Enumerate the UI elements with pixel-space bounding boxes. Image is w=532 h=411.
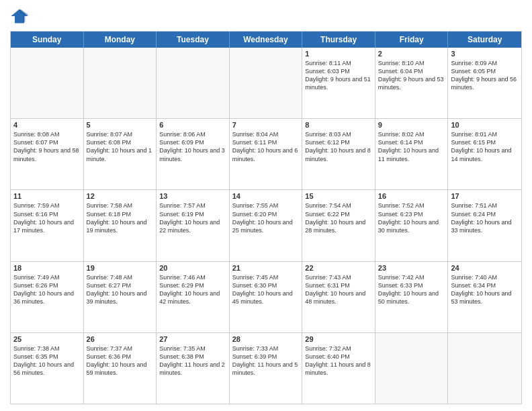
day-number: 20 (159, 264, 226, 272)
cell-info: Sunrise: 8:11 AMSunset: 6:03 PMDaylight:… (305, 59, 372, 92)
cell-info: Sunrise: 8:02 AMSunset: 6:14 PMDaylight:… (378, 130, 445, 163)
calendar-cell: 17Sunrise: 7:51 AMSunset: 6:24 PMDayligh… (448, 190, 521, 261)
cell-info: Sunrise: 7:52 AMSunset: 6:23 PMDaylight:… (378, 201, 445, 234)
calendar-cell: 1Sunrise: 8:11 AMSunset: 6:03 PMDaylight… (302, 48, 375, 118)
cell-info: Sunrise: 7:40 AMSunset: 6:34 PMDaylight:… (451, 273, 519, 306)
calendar-cell: 11Sunrise: 7:59 AMSunset: 6:16 PMDayligh… (11, 190, 84, 261)
weekday-header: Saturday (448, 32, 521, 48)
calendar-cell: 16Sunrise: 7:52 AMSunset: 6:23 PMDayligh… (375, 190, 449, 261)
calendar-cell: 8Sunrise: 8:03 AMSunset: 6:12 PMDaylight… (302, 119, 375, 189)
calendar-cell: 27Sunrise: 7:35 AMSunset: 6:38 PMDayligh… (157, 333, 230, 404)
calendar-cell (230, 48, 303, 118)
calendar-cell: 7Sunrise: 8:04 AMSunset: 6:11 PMDaylight… (230, 119, 303, 189)
day-number: 3 (451, 50, 519, 58)
calendar: SundayMondayTuesdayWednesdayThursdayFrid… (10, 31, 522, 404)
calendar-cell: 15Sunrise: 7:54 AMSunset: 6:22 PMDayligh… (302, 190, 375, 261)
calendar-cell: 14Sunrise: 7:55 AMSunset: 6:20 PMDayligh… (230, 190, 303, 261)
day-number: 11 (13, 192, 81, 200)
calendar-body: 1Sunrise: 8:11 AMSunset: 6:03 PMDaylight… (11, 48, 521, 404)
calendar-cell (11, 48, 84, 118)
cell-info: Sunrise: 7:59 AMSunset: 6:16 PMDaylight:… (13, 201, 81, 234)
cell-info: Sunrise: 8:09 AMSunset: 6:05 PMDaylight:… (451, 59, 519, 92)
weekday-header: Tuesday (157, 32, 230, 48)
day-number: 22 (305, 264, 372, 272)
day-number: 6 (159, 121, 226, 129)
calendar-cell: 25Sunrise: 7:38 AMSunset: 6:35 PMDayligh… (11, 333, 84, 404)
calendar-cell: 13Sunrise: 7:57 AMSunset: 6:19 PMDayligh… (157, 190, 230, 261)
calendar-cell: 18Sunrise: 7:49 AMSunset: 6:26 PMDayligh… (11, 262, 84, 332)
day-number: 18 (13, 264, 81, 272)
cell-info: Sunrise: 7:46 AMSunset: 6:29 PMDaylight:… (159, 273, 226, 306)
day-number: 26 (87, 335, 154, 343)
cell-info: Sunrise: 8:01 AMSunset: 6:15 PMDaylight:… (451, 130, 519, 163)
cell-info: Sunrise: 7:55 AMSunset: 6:20 PMDaylight:… (232, 201, 300, 234)
cell-info: Sunrise: 8:10 AMSunset: 6:04 PMDaylight:… (378, 59, 445, 92)
day-number: 28 (232, 335, 300, 343)
calendar-week-row: 25Sunrise: 7:38 AMSunset: 6:35 PMDayligh… (11, 332, 521, 404)
calendar-cell: 2Sunrise: 8:10 AMSunset: 6:04 PMDaylight… (375, 48, 449, 118)
calendar-cell (157, 48, 230, 118)
day-number: 10 (451, 121, 519, 129)
calendar-cell: 22Sunrise: 7:43 AMSunset: 6:31 PMDayligh… (302, 262, 375, 332)
cell-info: Sunrise: 7:58 AMSunset: 6:18 PMDaylight:… (87, 201, 154, 234)
calendar-cell: 23Sunrise: 7:42 AMSunset: 6:33 PMDayligh… (375, 262, 449, 332)
calendar-week-row: 1Sunrise: 8:11 AMSunset: 6:03 PMDaylight… (11, 48, 521, 118)
cell-info: Sunrise: 7:42 AMSunset: 6:33 PMDaylight:… (378, 273, 445, 306)
calendar-header: SundayMondayTuesdayWednesdayThursdayFrid… (11, 32, 521, 48)
day-number: 25 (13, 335, 81, 343)
svg-marker-0 (11, 9, 28, 24)
calendar-week-row: 18Sunrise: 7:49 AMSunset: 6:26 PMDayligh… (11, 261, 521, 332)
day-number: 15 (305, 192, 372, 200)
logo-icon (10, 7, 29, 26)
cell-info: Sunrise: 7:45 AMSunset: 6:30 PMDaylight:… (232, 273, 300, 306)
calendar-cell (448, 333, 521, 404)
day-number: 27 (159, 335, 226, 343)
calendar-cell: 10Sunrise: 8:01 AMSunset: 6:15 PMDayligh… (448, 119, 521, 189)
calendar-cell: 24Sunrise: 7:40 AMSunset: 6:34 PMDayligh… (448, 262, 521, 332)
calendar-cell: 19Sunrise: 7:48 AMSunset: 6:27 PMDayligh… (84, 262, 157, 332)
day-number: 4 (13, 121, 81, 129)
cell-info: Sunrise: 7:33 AMSunset: 6:39 PMDaylight:… (232, 345, 300, 377)
calendar-cell (84, 48, 157, 118)
cell-info: Sunrise: 7:51 AMSunset: 6:24 PMDaylight:… (451, 201, 519, 234)
calendar-cell (375, 333, 449, 404)
day-number: 21 (232, 264, 300, 272)
calendar-cell: 21Sunrise: 7:45 AMSunset: 6:30 PMDayligh… (230, 262, 303, 332)
page: SundayMondayTuesdayWednesdayThursdayFrid… (0, 0, 532, 411)
calendar-week-row: 11Sunrise: 7:59 AMSunset: 6:16 PMDayligh… (11, 189, 521, 261)
day-number: 13 (159, 192, 226, 200)
calendar-cell: 26Sunrise: 7:37 AMSunset: 6:36 PMDayligh… (84, 333, 157, 404)
cell-info: Sunrise: 7:48 AMSunset: 6:27 PMDaylight:… (87, 273, 154, 306)
cell-info: Sunrise: 7:57 AMSunset: 6:19 PMDaylight:… (159, 201, 226, 234)
header (10, 7, 522, 26)
calendar-cell: 6Sunrise: 8:06 AMSunset: 6:09 PMDaylight… (157, 119, 230, 189)
day-number: 24 (451, 264, 519, 272)
weekday-header: Thursday (302, 32, 375, 48)
weekday-header: Friday (375, 32, 449, 48)
logo (10, 7, 32, 26)
day-number: 1 (305, 50, 372, 58)
cell-info: Sunrise: 7:49 AMSunset: 6:26 PMDaylight:… (13, 273, 81, 306)
cell-info: Sunrise: 8:06 AMSunset: 6:09 PMDaylight:… (159, 130, 226, 163)
cell-info: Sunrise: 7:38 AMSunset: 6:35 PMDaylight:… (13, 345, 81, 377)
day-number: 14 (232, 192, 300, 200)
day-number: 7 (232, 121, 300, 129)
calendar-cell: 9Sunrise: 8:02 AMSunset: 6:14 PMDaylight… (375, 119, 449, 189)
cell-info: Sunrise: 8:07 AMSunset: 6:08 PMDaylight:… (87, 130, 154, 163)
day-number: 19 (87, 264, 154, 272)
cell-info: Sunrise: 7:35 AMSunset: 6:38 PMDaylight:… (159, 345, 226, 377)
day-number: 9 (378, 121, 445, 129)
day-number: 16 (378, 192, 445, 200)
calendar-cell: 28Sunrise: 7:33 AMSunset: 6:39 PMDayligh… (230, 333, 303, 404)
weekday-header: Sunday (11, 32, 84, 48)
cell-info: Sunrise: 7:43 AMSunset: 6:31 PMDaylight:… (305, 273, 372, 306)
calendar-cell: 12Sunrise: 7:58 AMSunset: 6:18 PMDayligh… (84, 190, 157, 261)
day-number: 8 (305, 121, 372, 129)
day-number: 17 (451, 192, 519, 200)
day-number: 2 (378, 50, 445, 58)
day-number: 12 (87, 192, 154, 200)
weekday-header: Wednesday (230, 32, 303, 48)
weekday-header: Monday (84, 32, 157, 48)
calendar-cell: 20Sunrise: 7:46 AMSunset: 6:29 PMDayligh… (157, 262, 230, 332)
calendar-cell: 4Sunrise: 8:08 AMSunset: 6:07 PMDaylight… (11, 119, 84, 189)
